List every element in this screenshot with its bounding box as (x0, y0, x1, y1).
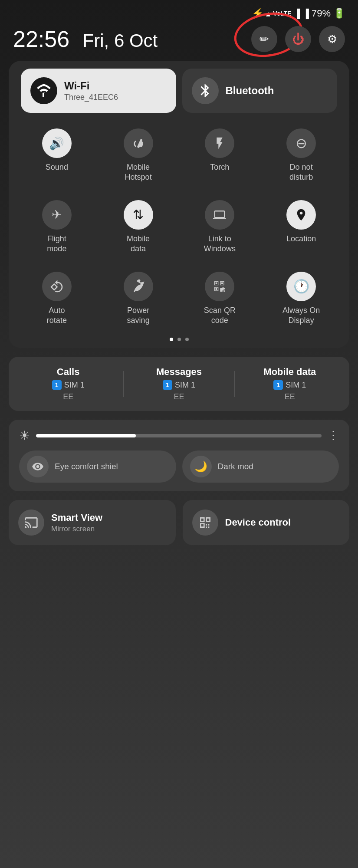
mobile-hotspot-icon (124, 128, 153, 158)
brightness-track[interactable] (36, 434, 322, 437)
settings-button[interactable]: ⚙ (319, 26, 345, 52)
location-tile[interactable]: Location (263, 193, 340, 260)
smart-view-sub: Mirror screen (51, 525, 102, 533)
calls-sim-name: SIM 1 (64, 381, 85, 390)
link-to-windows-tile[interactable]: Link toWindows (181, 193, 259, 260)
mobile-data-sim-item[interactable]: Mobile data 1 SIM 1 EE (235, 366, 345, 401)
edit-button[interactable]: ✏ (251, 26, 277, 52)
brightness-icon: ☀ (19, 428, 30, 443)
messages-sim-badge: 1 (163, 380, 172, 390)
calls-sim-sub: 1 SIM 1 (52, 380, 85, 390)
link-to-windows-icon (205, 200, 234, 230)
page-dot-3[interactable] (185, 338, 189, 341)
header-row: 22:56 Fri, 6 Oct ✏ ⏻ ⚙ (0, 23, 358, 61)
messages-sim-item[interactable]: Messages 1 SIM 1 EE (124, 366, 234, 401)
scan-qr-label: Scan QRcode (204, 306, 236, 326)
dark-mode-toggle[interactable]: 🌙 Dark mod (182, 450, 339, 483)
calls-sim-item[interactable]: Calls 1 SIM 1 EE (13, 366, 123, 401)
flight-mode-tile[interactable]: ✈ Flightmode (18, 193, 95, 260)
power-saving-label: Powersaving (127, 306, 150, 326)
messages-label: Messages (156, 366, 202, 378)
calls-carrier: EE (63, 392, 73, 401)
mobile-data-sim-badge: 1 (273, 380, 283, 390)
dnd-icon: ⊖ (286, 128, 316, 158)
battery-text: 79% (312, 8, 331, 19)
smart-view-name: Smart View (51, 512, 102, 523)
scan-qr-tile[interactable]: Scan QRcode (181, 265, 259, 332)
wifi-tile[interactable]: Wi-Fi Three_41EEC6 (21, 69, 176, 113)
mobile-data-tile[interactable]: ⇅ Mobiledata (100, 193, 177, 260)
dnd-tile[interactable]: ⊖ Do notdisturb (263, 122, 340, 189)
always-on-display-icon: 🕐 (286, 272, 316, 301)
display-toggles: Eye comfort shiel 🌙 Dark mod (19, 450, 339, 483)
eye-comfort-label: Eye comfort shiel (55, 462, 118, 471)
scan-qr-icon (205, 272, 234, 301)
status-icons: ⚡ ▴ VoLTE ▐ ▐ 79% 🔋 (252, 8, 345, 19)
wifi-icon (36, 83, 52, 99)
wifi-tile-icon (30, 77, 57, 104)
brightness-more-button[interactable]: ⋮ (328, 429, 339, 442)
dark-mode-label: Dark mod (218, 462, 253, 471)
page-dots (16, 338, 342, 341)
smart-view-tile[interactable]: Smart View Mirror screen (9, 500, 176, 545)
sound-label: Sound (46, 162, 68, 172)
mobile-data-icon: ⇅ (124, 200, 153, 230)
mobile-hotspot-tile[interactable]: MobileHotspot (100, 122, 177, 189)
wifi-tile-name: Wi-Fi (64, 80, 118, 92)
mobile-data-sim-name: SIM 1 (286, 381, 306, 390)
sim-row: Calls 1 SIM 1 EE Messages 1 SIM 1 EE Mob… (9, 357, 349, 411)
bluetooth-tile-icon (192, 77, 219, 104)
power-saving-tile[interactable]: Powersaving (100, 265, 177, 332)
power-button[interactable]: ⏻ (285, 26, 311, 52)
eye-comfort-icon (27, 456, 49, 477)
flight-mode-label: Flightmode (47, 234, 66, 254)
time-display: 22:56 (13, 26, 69, 52)
mobile-data-label-sim: Mobile data (263, 366, 316, 378)
page-dot-1[interactable] (170, 338, 173, 341)
mobile-data-sim-sub: 1 SIM 1 (273, 380, 306, 390)
messages-sim-name: SIM 1 (175, 381, 195, 390)
bluetooth-icon (197, 83, 213, 99)
status-bar: ⚡ ▴ VoLTE ▐ ▐ 79% 🔋 (0, 0, 358, 23)
device-control-tile[interactable]: Device control (183, 500, 350, 545)
torch-tile[interactable]: Torch (181, 122, 259, 189)
device-control-icon (192, 510, 218, 536)
mobile-data-carrier: EE (285, 392, 295, 401)
calls-label: Calls (57, 366, 80, 378)
bluetooth-status-icon: ⚡ (252, 8, 263, 19)
auto-rotate-label: Autorotate (47, 306, 67, 326)
power-saving-icon (124, 272, 153, 301)
bluetooth-tile-name: Bluetooth (226, 85, 274, 97)
brightness-row: ☀ ⋮ Eye comfort shiel 🌙 Dark mod (9, 420, 349, 491)
power-icon: ⏻ (292, 32, 304, 46)
sound-tile[interactable]: 🔊 Sound (18, 122, 95, 189)
volte-icon: VoLTE (273, 10, 291, 17)
bottom-row: Smart View Mirror screen Device control (9, 500, 349, 545)
edit-icon: ✏ (259, 33, 269, 46)
dnd-label: Do notdisturb (289, 162, 313, 183)
mobile-hotspot-label: MobileHotspot (125, 162, 152, 183)
brightness-fill (36, 434, 136, 437)
sound-icon: 🔊 (42, 128, 72, 158)
smart-view-icon (18, 510, 44, 536)
always-on-display-label: Always OnDisplay (282, 306, 320, 326)
signal-bars-1: ▐ (294, 9, 300, 19)
page-dot-2[interactable] (177, 338, 181, 341)
flight-mode-icon: ✈ (42, 200, 72, 230)
always-on-display-tile[interactable]: 🕐 Always OnDisplay (263, 265, 340, 332)
auto-rotate-tile[interactable]: Autorotate (18, 265, 95, 332)
device-control-info: Device control (225, 517, 291, 528)
bluetooth-tile[interactable]: Bluetooth (182, 69, 338, 113)
calls-sim-badge: 1 (52, 380, 62, 390)
settings-icon: ⚙ (327, 33, 337, 46)
eye-comfort-toggle[interactable]: Eye comfort shiel (19, 450, 176, 483)
wifi-tile-info: Wi-Fi Three_41EEC6 (64, 80, 118, 102)
datetime-display: 22:56 Fri, 6 Oct (13, 26, 243, 52)
mobile-data-label: Mobiledata (127, 234, 150, 254)
torch-icon (205, 128, 234, 158)
wifi-bt-row: Wi-Fi Three_41EEC6 Bluetooth (21, 69, 337, 113)
link-to-windows-label: Link toWindows (204, 234, 236, 254)
device-control-name: Device control (225, 517, 291, 528)
wifi-tile-sub: Three_41EEC6 (64, 93, 118, 102)
messages-carrier: EE (174, 392, 184, 401)
